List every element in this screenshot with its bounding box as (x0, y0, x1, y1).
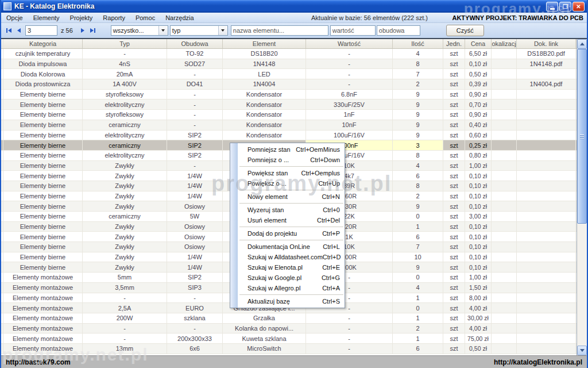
table-cell-kategoria[interactable]: Elementy bierne (3, 181, 83, 191)
table-cell-dok_link[interactable] (517, 262, 576, 272)
table-cell-typ[interactable]: ceramiczny (83, 140, 167, 150)
table-cell-typ[interactable]: Zwykły (83, 161, 167, 171)
table-cell-kategoria[interactable]: Elementy montażowe (3, 334, 83, 343)
table-cell-ilosc[interactable]: 4 (393, 49, 443, 59)
table-cell-dok_link[interactable] (517, 232, 576, 241)
table-cell-typ[interactable]: ceramiczny (83, 212, 167, 221)
table-cell-wartosc[interactable]: - (306, 313, 393, 323)
table-cell-dok_link[interactable] (517, 69, 576, 79)
next-record-button[interactable] (78, 25, 88, 36)
table-cell-obudowa[interactable]: Osiowy (167, 242, 223, 252)
table-cell-dok_link[interactable] (517, 171, 576, 181)
table-cell-cena[interactable]: 0,10 zł (465, 201, 492, 211)
column-header-kategoria[interactable]: Kategoria (3, 39, 83, 48)
column-header-typ[interactable]: Typ (83, 39, 167, 48)
table-cell-ilosc[interactable]: 4 (393, 283, 443, 293)
table-cell-jedn[interactable]: szt (443, 49, 465, 59)
table-cell-lokalizacja[interactable] (492, 90, 517, 99)
table-cell-dok_link[interactable] (517, 212, 576, 221)
table-cell-typ[interactable]: 3,5mm (83, 283, 167, 293)
table-cell-obudowa[interactable]: TO-92 (167, 49, 223, 59)
column-header-wartosc[interactable]: Wartość (306, 39, 393, 48)
table-cell-element[interactable]: Kuweta szklana (223, 334, 306, 343)
table-cell-dok_link[interactable]: 1N4004.pdf (517, 79, 576, 89)
table-cell-kategoria[interactable]: Dioda impulsowa (3, 59, 83, 69)
table-cell-cena[interactable]: 6,50 zł (465, 49, 492, 59)
table-cell-typ[interactable]: - (83, 334, 167, 343)
table-cell-element[interactable]: Kondensator (223, 131, 306, 140)
context-menu-item[interactable]: Pomniejsz o ...Ctrl+Down (230, 155, 345, 165)
table-cell-lokalizacja[interactable] (492, 334, 517, 343)
table-cell-element[interactable]: Kolanka do napowi... (223, 324, 306, 334)
category-filter-combo[interactable]: wszystko... (111, 25, 168, 36)
table-cell-wartosc[interactable]: 330uF/25V (306, 99, 393, 109)
context-menu-item[interactable]: Szukaj w Allegro.plCtrl+A (230, 283, 345, 293)
table-cell-dok_link[interactable] (517, 334, 576, 343)
table-cell-ilosc[interactable]: 2 (393, 324, 443, 334)
table-cell-lokalizacja[interactable] (492, 283, 517, 293)
table-cell-lokalizacja[interactable] (492, 212, 517, 221)
table-cell-jedn[interactable]: szt (443, 131, 465, 140)
table-cell-jedn[interactable]: szt (443, 212, 465, 221)
table-cell-obudowa[interactable]: - (167, 324, 223, 334)
author-link[interactable]: http://bastek79.com (6, 358, 71, 366)
first-record-button[interactable] (3, 25, 14, 36)
table-cell-element[interactable]: 1N4004 (223, 79, 306, 89)
table-cell-dok_link[interactable] (517, 151, 576, 160)
table-cell-kategoria[interactable]: Elementy bierne (3, 242, 83, 252)
table-cell-jedn[interactable]: szt (443, 334, 465, 343)
table-cell-jedn[interactable]: szt (443, 59, 465, 69)
table-cell-lokalizacja[interactable] (492, 242, 517, 252)
table-cell-lokalizacja[interactable] (492, 140, 517, 150)
table-cell-obudowa[interactable]: Osiowy (167, 201, 223, 211)
table-cell-cena[interactable]: 0,10 zł (465, 171, 492, 181)
app-site-link[interactable]: http://katalogElektronika.pl (494, 358, 582, 366)
table-cell-dok_link[interactable] (517, 99, 576, 109)
table-cell-typ[interactable]: styrofleksowy (83, 110, 167, 120)
table-cell-cena[interactable]: 30,00 zł (465, 313, 492, 323)
table-cell-kategoria[interactable]: Elementy montażowe (3, 273, 83, 282)
record-number-input[interactable] (25, 25, 57, 36)
table-cell-typ[interactable]: 4nS (83, 59, 167, 69)
table-cell-cena[interactable]: 0,60 zł (465, 131, 492, 140)
scrollbar-thumb[interactable] (577, 49, 587, 224)
menubar-item-opcje[interactable]: Opcje (1, 14, 28, 21)
restore-button[interactable]: ❐ (559, 2, 571, 12)
table-cell-dok_link[interactable] (517, 110, 576, 120)
table-cell-kategoria[interactable]: Elementy bierne (3, 212, 83, 221)
table-cell-obudowa[interactable]: SIP2 (167, 151, 223, 160)
table-cell-dok_link[interactable] (517, 242, 576, 252)
table-cell-obudowa[interactable]: - (167, 69, 223, 79)
table-cell-dok_link[interactable]: 1N4148.pdf (517, 59, 576, 69)
table-cell-ilosc[interactable]: 1 (393, 293, 443, 303)
table-cell-typ[interactable]: - (83, 49, 167, 59)
table-cell-lokalizacja[interactable] (492, 293, 517, 303)
column-header-cena[interactable]: Cena (465, 39, 492, 48)
table-cell-cena[interactable]: 0,10 zł (465, 191, 492, 201)
table-cell-lokalizacja[interactable] (492, 120, 517, 130)
table-cell-cena[interactable]: 1,50 zł (465, 283, 492, 293)
vertical-scrollbar[interactable] (577, 39, 587, 355)
table-cell-dok_link[interactable] (517, 303, 576, 313)
table-cell-typ[interactable]: 13mm (83, 344, 167, 354)
table-cell-typ[interactable]: styrofleksowy (83, 90, 167, 99)
table-cell-cena[interactable]: 1,00 zł (465, 161, 492, 171)
table-cell-cena[interactable]: 4,00 zł (465, 324, 492, 334)
table-cell-cena[interactable]: 75,00 zł (465, 334, 492, 343)
table-cell-obudowa[interactable]: SIP2 (167, 140, 223, 150)
table-cell-lokalizacja[interactable] (492, 201, 517, 211)
table-cell-typ[interactable]: 1A 400V (83, 79, 167, 89)
table-cell-obudowa[interactable]: 1/4W (167, 181, 223, 191)
table-cell-typ[interactable]: elektrolityczny (83, 99, 167, 109)
table-cell-lokalizacja[interactable] (492, 79, 517, 89)
table-cell-ilosc[interactable]: 9 (393, 110, 443, 120)
table-cell-ilosc[interactable]: 7 (393, 242, 443, 252)
table-cell-cena[interactable]: 0,80 zł (465, 151, 492, 160)
table-cell-typ[interactable]: Zwykły (83, 181, 167, 191)
table-cell-typ[interactable]: Zwykły (83, 191, 167, 201)
menubar-item-narzędzia[interactable]: Narzędzia (160, 14, 199, 21)
table-cell-ilosc[interactable]: 1 (393, 334, 443, 343)
table-cell-obudowa[interactable]: 1/4W (167, 252, 223, 262)
table-cell-ilosc[interactable]: 7 (393, 69, 443, 79)
table-cell-ilosc[interactable]: 2 (393, 191, 443, 201)
